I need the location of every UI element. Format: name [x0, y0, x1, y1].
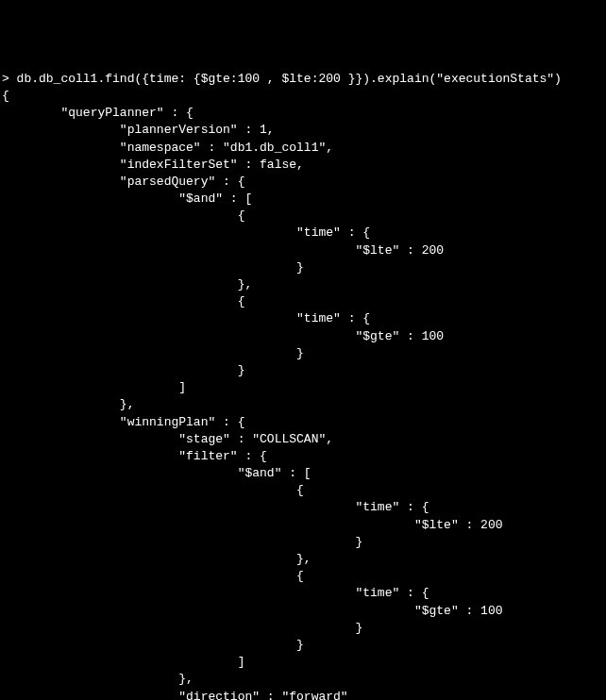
lte-line: "$lte" : 200: [355, 243, 444, 258]
filter-close: },: [178, 672, 194, 686]
namespace-line: "namespace" : "db1.db_coll1",: [120, 141, 333, 155]
queryplanner-key: "queryPlanner" : {: [60, 106, 193, 120]
obj-close: }: [296, 638, 304, 652]
time-close: }: [296, 346, 304, 360]
time-close: }: [355, 621, 362, 635]
and-key: "$and" : [: [238, 466, 311, 480]
obj-open: {: [296, 483, 304, 497]
obj-close: }: [238, 363, 245, 377]
parsedquery-close: },: [120, 397, 135, 411]
indexfilterset-line: "indexFilterSet" : false,: [120, 158, 304, 172]
parsedquery-key: "parsedQuery" : {: [120, 175, 245, 189]
time-close: }: [296, 260, 304, 275]
obj-close: },: [238, 277, 253, 292]
winningplan-key: "winningPlan" : {: [120, 415, 245, 429]
obj-open: {: [238, 294, 245, 308]
gte-line: "$gte" : 100: [414, 604, 503, 618]
terminal-output: > db.db_coll1.find({time: {$gte:100 , $l…: [2, 71, 604, 700]
time-key: "time" : {: [296, 225, 370, 240]
command-line: db.db_coll1.find({time: {$gte:100 , $lte…: [17, 72, 562, 86]
and-close: ]: [178, 380, 186, 394]
lte-line: "$lte" : 200: [414, 518, 503, 532]
time-close: }: [355, 535, 362, 549]
obj-open: {: [296, 569, 304, 583]
direction-line: "direction" : "forward": [178, 690, 347, 701]
time-key: "time" : {: [355, 586, 429, 600]
output-open-brace: {: [2, 89, 9, 103]
plannerversion-line: "plannerVersion" : 1,: [120, 123, 275, 137]
time-key: "time" : {: [355, 500, 429, 514]
stage-line: "stage" : "COLLSCAN",: [178, 432, 333, 446]
and-key: "$and" : [: [178, 192, 252, 206]
obj-close: },: [296, 552, 311, 566]
prompt-char: >: [2, 72, 17, 86]
obj-open: {: [238, 208, 245, 223]
filter-key: "filter" : {: [178, 449, 267, 463]
time-key: "time" : {: [296, 311, 370, 325]
and-close: ]: [238, 655, 245, 669]
gte-line: "$gte" : 100: [355, 329, 444, 343]
